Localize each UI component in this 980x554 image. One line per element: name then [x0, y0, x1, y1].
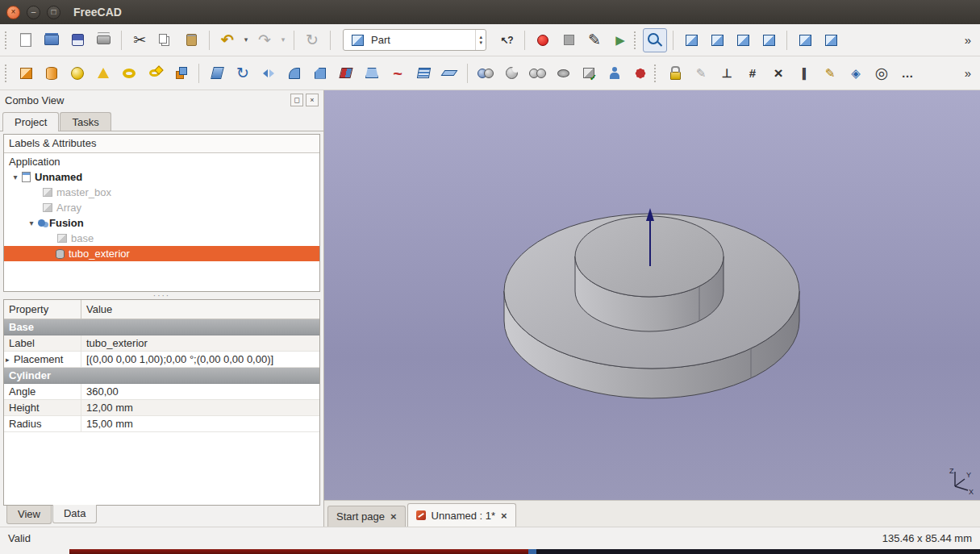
3d-viewport[interactable]: Z Y X	[324, 90, 980, 500]
property-column-header[interactable]: Property	[4, 300, 81, 319]
property-value[interactable]: tubo_exterior	[81, 335, 319, 351]
fit-all-button[interactable]	[643, 28, 667, 52]
tree-item-array[interactable]: Array	[4, 200, 319, 215]
measure-lock-button[interactable]	[663, 61, 687, 85]
expander-down-icon[interactable]	[27, 219, 36, 227]
tab-tasks[interactable]: Tasks	[60, 112, 111, 131]
tab-data[interactable]: Data	[52, 505, 97, 523]
redo-dropdown-button[interactable]: ▾	[278, 28, 288, 52]
boolean-common-button[interactable]	[551, 61, 575, 85]
property-value[interactable]: 15,00 mm	[81, 416, 319, 431]
tree-root-application[interactable]: Application	[4, 154, 319, 169]
tree-item-base[interactable]: base	[4, 231, 319, 246]
check-geometry-button[interactable]	[577, 61, 601, 85]
section-button[interactable]	[411, 61, 436, 85]
cut-button[interactable]: ✂	[127, 28, 152, 52]
close-icon[interactable]: ×	[390, 510, 397, 523]
window-close-button[interactable]: ×	[6, 6, 20, 19]
boolean-button[interactable]	[473, 61, 498, 85]
property-row-angle[interactable]: Angle 360,00	[4, 384, 319, 400]
macro-execute-button[interactable]: ▶	[608, 28, 632, 52]
tab-view[interactable]: View	[6, 506, 52, 524]
expander-right-icon[interactable]	[6, 356, 14, 364]
refine-shape-button[interactable]	[603, 61, 627, 85]
boolean-union-button[interactable]	[525, 61, 549, 85]
top-view-button[interactable]	[731, 28, 755, 52]
torus-button[interactable]	[117, 61, 141, 85]
right-view-button[interactable]	[757, 28, 781, 52]
grid-toggle-button[interactable]: #	[740, 61, 765, 85]
panel-float-button[interactable]: ◻	[290, 94, 303, 106]
panel-splitter-handle[interactable]	[0, 292, 323, 299]
copy-button[interactable]	[153, 28, 177, 52]
sweep-button[interactable]: ~	[386, 61, 410, 85]
property-row-placement[interactable]: Placement [(0,00 0,00 1,00);0,00 °;(0,00…	[4, 352, 319, 368]
save-button[interactable]	[65, 28, 90, 52]
cylinder-button[interactable]	[40, 61, 64, 85]
workbench-selector[interactable]: Part	[343, 29, 486, 51]
open-button[interactable]	[40, 28, 64, 52]
property-value[interactable]: [(0,00 0,00 1,00);0,00 °;(0,00 0,00 0,00…	[81, 352, 319, 367]
property-row-height[interactable]: Height 12,00 mm	[4, 400, 319, 416]
property-value[interactable]: 12,00 mm	[81, 400, 319, 415]
property-row-label[interactable]: Label tubo_exterior	[4, 335, 319, 352]
tree-item-tubo-exterior[interactable]: tubo_exterior	[4, 246, 319, 261]
parallel-button[interactable]: ∥	[792, 61, 816, 85]
macro-edit-button[interactable]: ✎	[582, 28, 607, 52]
macro-record-button[interactable]	[531, 28, 555, 52]
expander-down-icon[interactable]	[10, 173, 20, 181]
clear-measurement-button[interactable]: ×	[766, 61, 790, 85]
create-primitives-button[interactable]	[143, 61, 167, 85]
print-button[interactable]	[91, 28, 115, 52]
spinner-arrows-icon[interactable]	[475, 30, 486, 50]
measure-angular-button[interactable]: ⊥	[715, 61, 739, 85]
concentric-button[interactable]: ◎	[869, 61, 894, 85]
annotate-button[interactable]: ✎	[818, 61, 842, 85]
window-minimize-button[interactable]: –	[27, 6, 40, 19]
3d-model[interactable]	[324, 90, 980, 500]
new-button[interactable]	[14, 28, 38, 52]
close-icon[interactable]: ×	[501, 510, 507, 522]
left-view-button[interactable]	[819, 28, 843, 52]
panel-close-button[interactable]: ×	[306, 94, 319, 106]
cross-sections-button[interactable]	[437, 61, 461, 85]
tab-project[interactable]: Project	[2, 112, 59, 131]
redo-button[interactable]: ↷	[252, 28, 277, 52]
tree-item-unnamed[interactable]: Unnamed	[4, 169, 319, 185]
revolve-button[interactable]: ↻	[231, 61, 255, 85]
datum-button[interactable]: ◈	[844, 61, 868, 85]
toolbar-overflow-button-2[interactable]: »	[959, 61, 977, 85]
property-group-base[interactable]: Base	[4, 319, 319, 335]
tab-start-page[interactable]: Start page ×	[327, 506, 406, 527]
sphere-button[interactable]	[65, 61, 90, 85]
value-column-header[interactable]: Value	[81, 300, 117, 319]
boolean-cut-button[interactable]	[499, 61, 523, 85]
undo-dropdown-button[interactable]: ▾	[241, 28, 251, 52]
toolbar-overflow-button[interactable]: »	[959, 28, 977, 52]
tree-item-master-box[interactable]: master_box	[4, 185, 319, 200]
whats-this-button[interactable]: ↖?	[494, 28, 519, 52]
window-maximize-button[interactable]: □	[47, 6, 60, 19]
mirror-button[interactable]	[256, 61, 281, 85]
box-button[interactable]	[14, 61, 38, 85]
loft-button[interactable]	[360, 61, 384, 85]
more-tools-button[interactable]: …	[895, 61, 920, 85]
property-value[interactable]: 360,00	[81, 384, 319, 399]
shape-builder-button[interactable]	[169, 61, 193, 85]
refresh-button[interactable]: ↻	[300, 28, 324, 52]
chamfer-button[interactable]	[308, 61, 332, 85]
defeaturing-button[interactable]	[628, 61, 653, 85]
tree-item-fusion[interactable]: Fusion	[4, 215, 319, 231]
paste-button[interactable]	[179, 28, 203, 52]
property-row-radius[interactable]: Radius 15,00 mm	[4, 416, 319, 432]
macro-stop-button[interactable]	[557, 28, 581, 52]
tab-document-unnamed[interactable]: Unnamed : 1* ×	[407, 503, 516, 527]
fillet-button[interactable]	[282, 61, 307, 85]
extrude-button[interactable]	[205, 61, 229, 85]
cone-button[interactable]	[91, 61, 115, 85]
undo-button[interactable]: ↶	[215, 28, 240, 52]
rear-view-button[interactable]	[793, 28, 817, 52]
front-view-button[interactable]	[705, 28, 729, 52]
ruled-surface-button[interactable]	[334, 61, 358, 85]
property-group-cylinder[interactable]: Cylinder	[4, 368, 319, 384]
